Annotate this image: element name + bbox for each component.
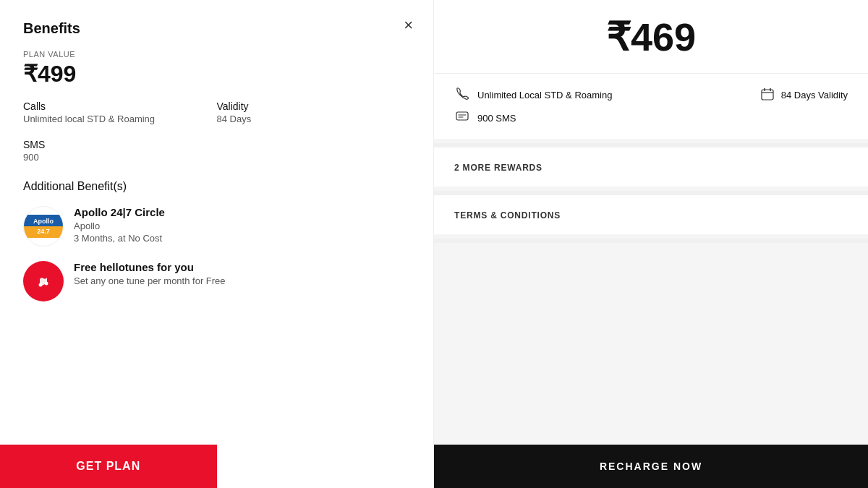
apollo-icon: Apollo 24.7 <box>23 206 64 247</box>
divider-3 <box>434 239 868 243</box>
sms-label: SMS <box>23 139 410 150</box>
right-panel: ₹469 Unlimited Local STD & Roaming <box>434 0 868 488</box>
apollo-sub: Apollo <box>74 221 165 231</box>
sms-section: SMS 900 <box>23 139 410 163</box>
svg-point-1 <box>39 283 43 287</box>
rewards-title: 2 MORE REWARDS <box>454 163 542 173</box>
benefit-apollo: Apollo 24.7 Apollo 24|7 Circle Apollo 3 … <box>23 206 410 247</box>
sms-value: 900 <box>23 152 410 163</box>
hellotunes-name: Free hellotunes for you <box>74 261 226 273</box>
svg-rect-3 <box>762 90 773 100</box>
plan-details-grid: Calls Unlimited local STD & Roaming Vali… <box>23 100 410 124</box>
price-amount: ₹469 <box>454 14 848 60</box>
close-button[interactable]: × <box>404 17 413 33</box>
validity-value: 84 Days <box>217 114 411 124</box>
rewards-section[interactable]: 2 MORE REWARDS <box>434 147 868 187</box>
plan-value-label: PLAN VALUE <box>23 50 410 59</box>
validity-section: Validity 84 Days <box>217 100 411 124</box>
terms-section[interactable]: TERMS & CONDITIONS <box>434 195 868 234</box>
phone-icon <box>454 87 470 103</box>
validity-label: Validity <box>217 100 411 112</box>
plan-value-section: PLAN VALUE ₹499 <box>23 50 410 100</box>
calls-section: Calls Unlimited local STD & Roaming <box>23 100 217 124</box>
sms-icon <box>454 110 470 126</box>
right-bottom: RECHARGE NOW <box>434 445 868 488</box>
panel-title: Benefits <box>23 20 410 37</box>
feature-calls-row: Unlimited Local STD & Roaming 84 Days Va… <box>454 87 848 103</box>
benefit-hellotunes: Free hellotunes for you Set any one tune… <box>23 261 410 301</box>
recharge-button[interactable]: RECHARGE NOW <box>434 445 868 488</box>
hellotunes-desc: Set any one tune per month for Free <box>74 275 226 286</box>
plan-value-amount: ₹499 <box>23 60 410 87</box>
calendar-icon <box>760 87 775 103</box>
get-plan-button[interactable]: GET PLAN <box>0 445 217 488</box>
feature-sms-row: 900 SMS <box>454 110 848 126</box>
terms-title: TERMS & CONDITIONS <box>454 210 561 221</box>
left-panel: Benefits × PLAN VALUE ₹499 Calls Unlimit… <box>0 0 434 488</box>
svg-point-2 <box>45 282 48 286</box>
calls-label: Calls <box>23 100 217 112</box>
svg-rect-7 <box>456 112 468 120</box>
sms-feature-text: 900 SMS <box>477 113 516 124</box>
calls-feature-text: Unlimited Local STD & Roaming <box>477 90 612 100</box>
validity-feature: 84 Days Validity <box>760 87 848 103</box>
price-header: ₹469 <box>434 0 868 74</box>
features-section: Unlimited Local STD & Roaming 84 Days Va… <box>434 74 868 139</box>
calls-value: Unlimited local STD & Roaming <box>23 114 217 124</box>
additional-benefits-title: Additional Benefit(s) <box>23 180 410 193</box>
validity-feature-text: 84 Days Validity <box>781 90 848 100</box>
bottom-bar: GET PLAN <box>0 445 433 488</box>
hellotunes-icon <box>23 261 64 301</box>
apollo-desc: 3 Months, at No Cost <box>74 233 165 244</box>
apollo-name: Apollo 24|7 Circle <box>74 206 165 218</box>
